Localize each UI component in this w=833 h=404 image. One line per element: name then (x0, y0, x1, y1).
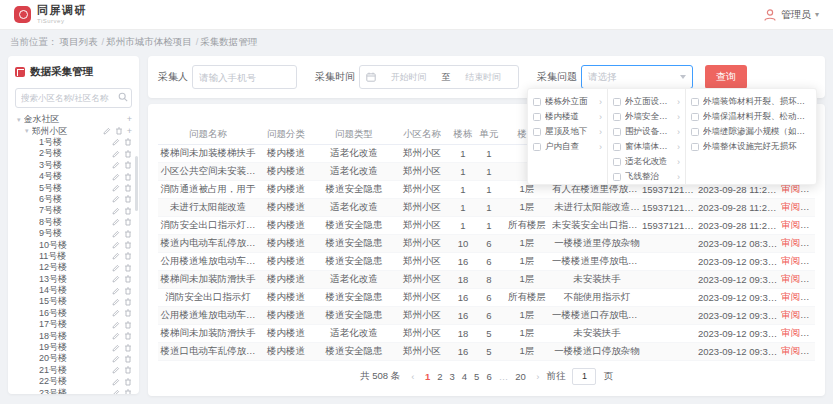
delete-icon[interactable] (124, 161, 132, 169)
edit-icon[interactable] (112, 195, 120, 203)
tree-node-building[interactable]: 21号楼 (15, 365, 132, 376)
tree-node-building[interactable]: 5号楼 (15, 182, 132, 193)
checkbox-icon[interactable] (613, 113, 621, 121)
delete-icon[interactable] (124, 309, 132, 317)
page-button-20[interactable]: 20 (515, 371, 526, 382)
page-button-1[interactable]: 1 (425, 371, 430, 382)
tree-node-building[interactable]: 15号楼 (15, 296, 132, 307)
cascader-option[interactable]: 屋顶及地下 › (528, 124, 607, 139)
delete-icon[interactable] (124, 355, 132, 363)
delete-icon[interactable] (124, 138, 132, 146)
edit-icon[interactable] (103, 127, 111, 135)
cascader-option[interactable]: 外墙整体设施完好无损坏 (686, 139, 816, 154)
add-icon[interactable]: + (127, 127, 132, 136)
delete-icon[interactable] (124, 241, 132, 249)
cascader-option[interactable]: 外墙装饰材料开裂、损坏、脱落 (686, 94, 816, 109)
delete-icon[interactable] (124, 275, 132, 283)
end-time-placeholder[interactable]: 结束时间 (455, 71, 513, 84)
delete-icon[interactable] (124, 252, 132, 260)
review-link[interactable]: 审阅 (781, 201, 800, 212)
checkbox-icon[interactable] (613, 128, 621, 136)
edit-icon[interactable] (112, 389, 120, 394)
edit-icon[interactable] (112, 252, 120, 260)
cascader-option[interactable]: 外墙安全美观 › (608, 109, 685, 124)
checkbox-icon[interactable] (691, 143, 699, 151)
delete-icon[interactable] (124, 230, 132, 238)
edit-icon[interactable] (112, 241, 120, 249)
edit-icon[interactable] (112, 264, 120, 272)
delete-icon[interactable] (124, 173, 132, 181)
cascader-option[interactable]: 围护设备隐患 › (608, 124, 685, 139)
cascader-option[interactable]: 飞线整治 › (608, 169, 685, 184)
tree-node-building[interactable]: 23号楼 (15, 387, 132, 394)
query-button[interactable]: 查询 (705, 65, 747, 89)
edit-icon[interactable] (112, 344, 120, 352)
edit-icon[interactable] (112, 138, 120, 146)
next-page-button[interactable]: › (536, 371, 539, 382)
delete-icon[interactable] (124, 150, 132, 158)
checkbox-icon[interactable] (533, 143, 541, 151)
cascader-option[interactable]: 适老化改造 › (608, 154, 685, 169)
cascader-option[interactable]: 楼栋外立面 › (528, 94, 607, 109)
question-select[interactable]: 请选择 (581, 65, 693, 89)
delete-icon[interactable] (124, 195, 132, 203)
tree-node-building[interactable]: 19号楼 (15, 342, 132, 353)
delete-icon[interactable] (124, 207, 132, 215)
search-icon[interactable] (118, 92, 128, 102)
checkbox-icon[interactable] (533, 113, 541, 121)
breadcrumb-item[interactable]: 郑州市城市体检项目 (106, 36, 192, 47)
delete-icon[interactable] (124, 389, 132, 394)
cascader-option[interactable]: 外墙保温材料开裂、松动、脱落 (686, 109, 816, 124)
edit-icon[interactable] (112, 275, 120, 283)
checkbox-icon[interactable] (533, 128, 541, 136)
goto-page-input[interactable] (572, 368, 596, 385)
cascader-option[interactable]: 外立面设施安全 › (608, 94, 685, 109)
tree-node-building[interactable]: 11号楼 (15, 251, 132, 262)
checkbox-icon[interactable] (613, 98, 621, 106)
tree-node-building[interactable]: 13号楼 (15, 273, 132, 284)
edit-icon[interactable] (112, 230, 120, 238)
review-link[interactable]: 审阅 (781, 309, 800, 320)
delete-icon[interactable] (124, 332, 132, 340)
review-link[interactable]: 审阅 (781, 345, 800, 356)
edit-icon[interactable] (112, 332, 120, 340)
edit-icon[interactable] (112, 218, 120, 226)
tree-node-building[interactable]: 17号楼 (15, 319, 132, 330)
cascader-option[interactable]: 户内自查 › (528, 139, 607, 154)
edit-icon[interactable] (112, 150, 120, 158)
review-link[interactable]: 审阅 (781, 255, 800, 266)
checkbox-icon[interactable] (691, 113, 699, 121)
tree-node-building[interactable]: 8号楼 (15, 217, 132, 228)
edit-icon[interactable] (112, 173, 120, 181)
checkbox-icon[interactable] (691, 128, 699, 136)
user-menu[interactable]: 管理员 ▾ (763, 8, 819, 22)
edit-icon[interactable] (112, 321, 120, 329)
page-button-4[interactable]: 4 (462, 371, 467, 382)
edit-icon[interactable] (112, 207, 120, 215)
caret-down-icon[interactable]: ▾ (17, 116, 21, 124)
delete-icon[interactable] (124, 366, 132, 374)
prev-page-button[interactable]: ‹ (411, 371, 414, 382)
cascader-option[interactable]: 外墙缝隙渗漏小规模（如扩大、蔓延） (686, 124, 816, 139)
start-time-placeholder[interactable]: 开始时间 (380, 71, 438, 84)
tree-node-building[interactable]: 16号楼 (15, 308, 132, 319)
collector-input[interactable] (192, 65, 297, 89)
edit-icon[interactable] (112, 287, 120, 295)
delete-icon[interactable] (124, 298, 132, 306)
cascader-option[interactable]: 楼内楼道 › (528, 109, 607, 124)
tree-node-building[interactable]: 7号楼 (15, 205, 132, 216)
tree-node-building[interactable]: 12号楼 (15, 262, 132, 273)
edit-icon[interactable] (112, 378, 120, 386)
delete-icon[interactable] (124, 218, 132, 226)
delete-icon[interactable] (124, 264, 132, 272)
delete-icon[interactable] (124, 287, 132, 295)
tree-node-building[interactable]: 20号楼 (15, 353, 132, 364)
delete-icon[interactable] (124, 321, 132, 329)
review-link[interactable]: 审阅 (781, 237, 800, 248)
tree-node-community[interactable]: ▾ 郑州小区 + (15, 125, 132, 136)
sidebar-scrollbar[interactable] (135, 156, 138, 211)
delete-icon[interactable] (115, 127, 123, 135)
page-button-5[interactable]: 5 (474, 371, 479, 382)
tree-node-building[interactable]: 9号楼 (15, 228, 132, 239)
caret-down-icon[interactable]: ▾ (25, 127, 29, 135)
